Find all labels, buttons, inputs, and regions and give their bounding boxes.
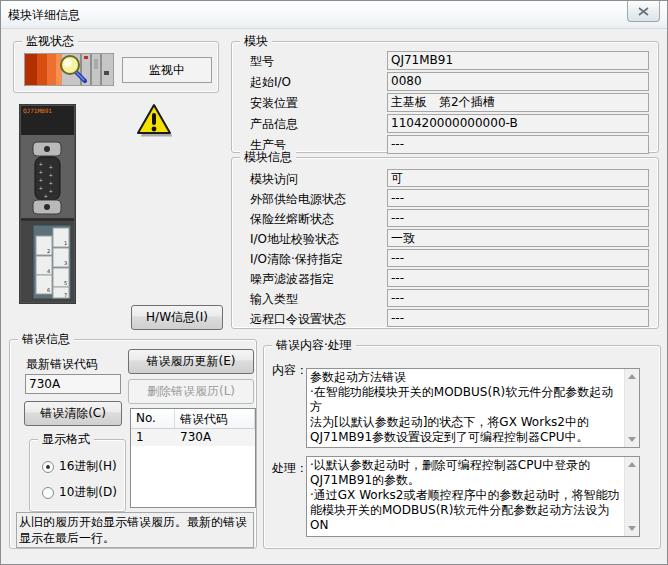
handling-scrollbar[interactable] (624, 457, 639, 536)
content-scrollbar[interactable] (624, 369, 639, 447)
scroll-up-icon[interactable] (628, 462, 636, 467)
radio-hex-icon (42, 461, 54, 473)
display-format-group: 显示格式 16进制(H) 10进制(D) (29, 439, 126, 512)
latest-error-field: 730A (25, 374, 121, 394)
scroll-down-icon[interactable] (628, 437, 636, 442)
error-content-group: 错误内容·处理 内容： 参数起动方法错误 ·在智能功能模块开关的MODBUS(R… (263, 345, 661, 549)
noise-filter-value: --- (387, 269, 649, 287)
close-icon (638, 7, 649, 16)
content-textbox[interactable]: 参数起动方法错误 ·在智能功能模块开关的MODBUS(R)软元件分配参数起动方 … (306, 368, 640, 448)
svg-text:+: + (49, 163, 53, 170)
module-detail-dialog: 模块详细信息 监视状态 (0, 0, 668, 565)
col-code-header[interactable]: 错误代码 (175, 409, 255, 428)
col-no-header[interactable]: No. (131, 409, 175, 428)
display-format-group-label: 显示格式 (38, 432, 94, 446)
monitor-status-group-label: 监视状态 (22, 34, 78, 48)
svg-text:4: 4 (47, 268, 50, 274)
svg-text:+: + (39, 184, 43, 191)
product-info-label: 产品信息 (250, 116, 298, 133)
svg-text:+: + (49, 179, 53, 186)
io-clear-hold-label: I/O清除·保持指定 (250, 251, 343, 268)
title-bar[interactable]: 模块详细信息 (1, 1, 667, 29)
mount-position-label: 安装位置 (250, 95, 298, 112)
latest-error-label: 最新错误代码 (26, 356, 98, 373)
io-verify-value: 一致 (387, 229, 649, 247)
remote-password-value: --- (387, 309, 649, 327)
delete-error-history-button[interactable]: 删除错误履历(L) (128, 379, 254, 404)
remote-password-label: 远程口令设置状态 (250, 311, 346, 328)
radio-dec-icon (42, 487, 54, 499)
svg-text:5: 5 (64, 280, 67, 286)
handling-textbox[interactable]: ·以默认参数起动时，删除可编程控制器CPU中登录的 QJ71MB91的参数。 ·… (306, 456, 640, 537)
ext-power-label: 外部供给电源状态 (250, 191, 346, 208)
mount-position-value: 主基板 第2个插槽 (387, 93, 649, 112)
row-no: 1 (131, 429, 175, 446)
handling-label: 处理： (272, 460, 308, 477)
module-access-value: 可 (387, 169, 649, 187)
error-content-group-label: 错误内容·处理 (272, 338, 356, 352)
svg-text:+: + (39, 168, 43, 175)
model-label: 型号 (250, 53, 274, 70)
product-info-value: 110420000000000-B (387, 114, 649, 133)
svg-text:2: 2 (47, 248, 50, 254)
error-info-group-label: 错误信息 (18, 332, 74, 346)
radio-hex-label: 16进制(H) (59, 458, 117, 475)
input-type-label: 输入类型 (250, 291, 298, 308)
error-info-group: 错误信息 最新错误代码 730A 错误履历更新(E) 删除错误履历(L) 错误清… (9, 339, 257, 549)
window-title: 模块详细信息 (8, 7, 80, 24)
module-group-label: 模块 (240, 34, 272, 48)
head-io-label: 起始I/O (250, 74, 291, 91)
svg-text:3: 3 (64, 260, 67, 266)
svg-text:1: 1 (64, 240, 67, 246)
noise-filter-label: 噪声滤波器指定 (250, 271, 334, 288)
monitor-status-value: 监视中 (122, 57, 212, 83)
row-code: 730A (175, 429, 255, 446)
module-group: 模块 型号 QJ71MB91 起始I/O 0080 安装位置 主基板 第2个插槽… (231, 41, 659, 153)
svg-text:+: + (39, 160, 43, 167)
ext-power-value: --- (387, 189, 649, 207)
monitor-status-group: 监视状态 监视中 (13, 41, 219, 93)
update-error-history-button[interactable]: 错误履历更新(E) (128, 349, 254, 374)
input-type-value: --- (387, 289, 649, 307)
module-image: QJ71MB91 ++ ++ ++ ++ + 12 34 56 (19, 104, 76, 304)
model-value: QJ71MB91 (387, 51, 649, 70)
warning-icon (133, 101, 175, 143)
content-text: 参数起动方法错误 ·在智能功能模块开关的MODBUS(R)软元件分配参数起动方 … (307, 369, 624, 447)
content-label: 内容： (272, 362, 308, 379)
scroll-up-icon[interactable] (628, 374, 636, 379)
fuse-status-label: 保险丝熔断状态 (250, 211, 334, 228)
module-info-group-label: 模块信息 (240, 150, 296, 164)
radio-hex[interactable]: 16进制(H) (42, 458, 117, 475)
serial-no-value: --- (387, 135, 649, 154)
io-verify-label: I/O地址校验状态 (250, 231, 339, 248)
module-info-group: 模块信息 模块访问 可 外部供给电源状态 --- 保险丝熔断状态 --- I/O… (231, 157, 659, 329)
svg-text:QJ71MB91: QJ71MB91 (23, 107, 52, 114)
history-hint-text: 从旧的履历开始显示错误履历。最新的错误显示在最后一行。 (16, 512, 254, 548)
svg-text:6: 6 (47, 287, 50, 293)
hw-info-button[interactable]: H/W信息(I) (131, 305, 223, 330)
svg-text:+: + (44, 192, 48, 199)
svg-text:+: + (39, 176, 43, 183)
svg-text:7: 7 (64, 292, 67, 298)
radio-dec-label: 10进制(D) (59, 484, 117, 501)
clear-error-button[interactable]: 错误清除(C) (24, 401, 122, 426)
module-access-label: 模块访问 (250, 171, 298, 188)
close-button[interactable] (627, 1, 660, 22)
radio-dec[interactable]: 10进制(D) (42, 484, 117, 501)
error-history-table[interactable]: No. 错误代码 1 730A (130, 408, 256, 508)
scroll-down-icon[interactable] (628, 526, 636, 531)
svg-text:+: + (49, 171, 53, 178)
error-table-header: No. 错误代码 (131, 409, 255, 429)
head-io-value: 0080 (387, 72, 649, 91)
table-row[interactable]: 1 730A (131, 429, 255, 446)
fuse-status-value: --- (387, 209, 649, 227)
monitor-status-image (24, 53, 114, 86)
svg-text:+: + (49, 187, 53, 194)
io-clear-hold-value: --- (387, 249, 649, 267)
handling-text: ·以默认参数起动时，删除可编程控制器CPU中登录的 QJ71MB91的参数。 ·… (307, 457, 624, 536)
